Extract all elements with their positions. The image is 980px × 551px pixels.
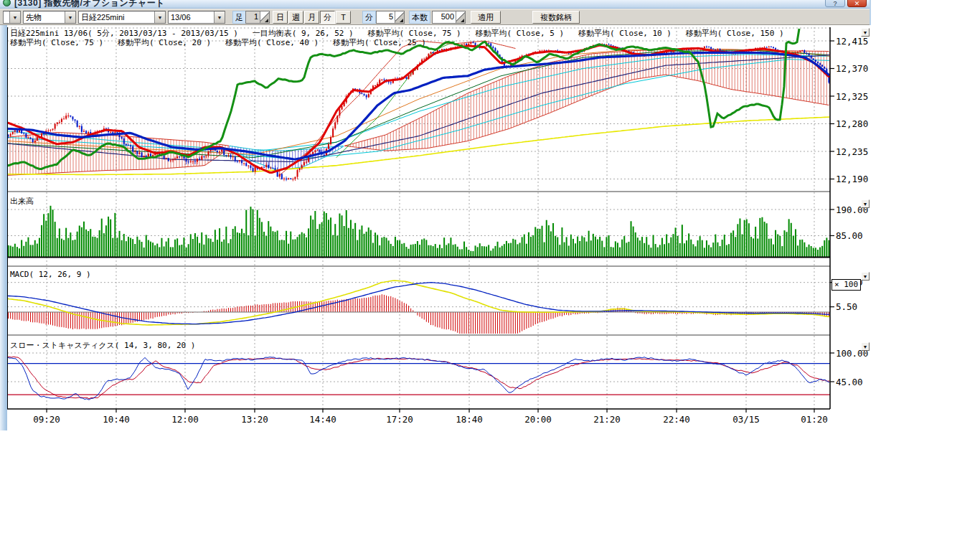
time-axis-label: 13:20 xyxy=(241,414,268,425)
chart-svg: 12,41512,37012,32512,28012,23512,190190.… xyxy=(0,25,871,432)
apply-button[interactable]: 適用 xyxy=(471,11,501,24)
symbol-combo[interactable]: 日経225mini▼ xyxy=(78,11,166,24)
price-axis-label: 12,280 xyxy=(836,118,868,129)
time-axis-label: 18:40 xyxy=(456,414,483,425)
time-axis-label: 20:00 xyxy=(524,414,552,425)
bar-interval-spin[interactable]: 1 xyxy=(245,11,270,24)
time-axis-label: 22:40 xyxy=(663,414,690,425)
count-label: 本数 xyxy=(409,11,430,24)
left-frame-strip xyxy=(0,25,7,430)
help-button[interactable]: ? xyxy=(825,0,845,7)
period-button-group: 日週月分T xyxy=(273,11,351,24)
count-spin[interactable]: 500 xyxy=(432,11,466,24)
time-axis-label: 03/15 xyxy=(732,414,760,425)
minute-spin[interactable]: 5 xyxy=(376,11,405,24)
macd-panel-selector[interactable]: ▼ xyxy=(861,272,870,281)
time-axis-label: 17:20 xyxy=(386,414,413,425)
bar-label: 足 xyxy=(232,11,246,24)
period-button-T[interactable]: T xyxy=(336,11,351,24)
period-button-分[interactable]: 分 xyxy=(320,11,335,24)
window-title: [3130] 指数先物/オプションチャート xyxy=(14,0,165,9)
volume-scale-badge: × 100 xyxy=(831,279,861,291)
time-axis-label: 01:20 xyxy=(801,414,828,425)
time-axis-label: 09:20 xyxy=(33,414,60,425)
price-axis-label: 12,325 xyxy=(836,91,868,102)
period-button-日[interactable]: 日 xyxy=(273,11,288,24)
macd-panel-title: MACD( 12, 26, 9 ) xyxy=(10,270,91,279)
contract-combo[interactable]: 13/06▼ xyxy=(168,11,225,24)
time-axis-label: 12:00 xyxy=(171,414,199,425)
price-axis-label: 12,415 xyxy=(836,36,868,47)
price-axis-label: 12,370 xyxy=(836,63,868,74)
price-axis-label: 12,235 xyxy=(836,146,868,157)
period-button-週[interactable]: 週 xyxy=(288,11,303,24)
chart-application-window: [3130] 指数先物/オプションチャート ? ✕ ▼ 先物▼ 日経225min… xyxy=(0,0,871,432)
combo-arrow-icon[interactable]: ▼ xyxy=(154,11,165,23)
time-axis-label: 21:20 xyxy=(593,414,621,425)
window-titlebar[interactable]: [3130] 指数先物/オプションチャート ? ✕ xyxy=(0,0,870,9)
stoch-panel-title: スロー・ストキャスティクス( 14, 3, 80, 20 ) xyxy=(10,340,195,351)
app-icon xyxy=(3,0,11,6)
minute-label: 分 xyxy=(362,11,376,24)
volume-axis-label: 85.00 xyxy=(836,230,863,241)
volume-panel-title: 出来高 xyxy=(10,196,34,207)
volume-panel-selector[interactable]: ▼ xyxy=(861,199,870,208)
stoch-panel-selector[interactable]: ▼ xyxy=(861,342,870,351)
history-combo[interactable]: ▼ xyxy=(3,11,21,24)
spin-widget-icon[interactable] xyxy=(395,11,404,23)
price-axis-label: 12,190 xyxy=(836,174,868,184)
category-combo[interactable]: 先物▼ xyxy=(23,11,76,24)
time-axis-label: 14:40 xyxy=(309,414,336,425)
combo-arrow-icon[interactable]: ▼ xyxy=(214,11,225,23)
macd-axis-label: 5.50 xyxy=(836,301,857,312)
chart-canvas: 12,41512,37012,32512,28012,23512,190190.… xyxy=(0,25,871,432)
period-button-月[interactable]: 月 xyxy=(304,11,319,24)
close-button[interactable]: ✕ xyxy=(847,0,867,7)
combo-arrow-icon[interactable]: ▼ xyxy=(65,11,75,23)
spin-widget-icon[interactable] xyxy=(456,11,465,23)
stoch-axis-label: 45.00 xyxy=(836,377,863,387)
combo-arrow-icon[interactable]: ▼ xyxy=(9,11,20,23)
legend-row-2: 移動平均( Close, 75 ) 移動平均( Close, 20 ) 移動平均… xyxy=(10,37,426,48)
multi-symbol-button[interactable]: 複数銘柄 xyxy=(532,11,580,24)
main-panel-selector[interactable]: ▼ xyxy=(861,28,870,37)
spin-widget-icon[interactable] xyxy=(260,11,269,23)
toolbar: ▼ 先物▼ 日経225mini▼ 13/06▼ 足 1 日週月分T 分 5 本数… xyxy=(0,9,870,25)
time-axis-label: 10:40 xyxy=(103,414,130,425)
